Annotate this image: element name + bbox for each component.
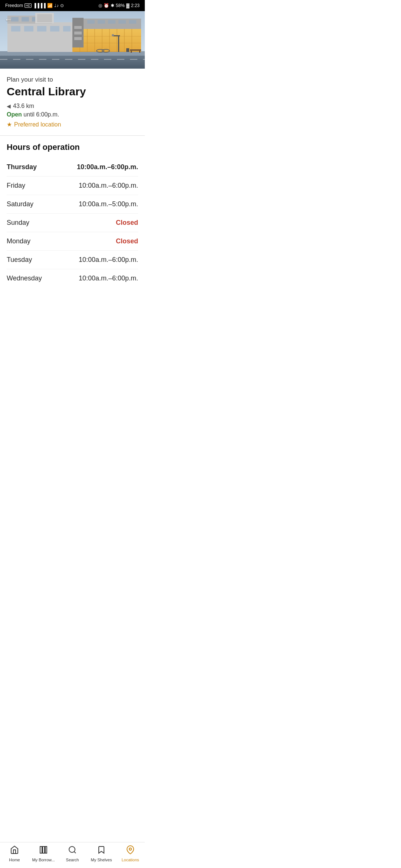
time-text: 2:23 (131, 3, 140, 8)
alarm-icon: ⏰ (104, 3, 109, 8)
hours-row: Saturday10:00a.m.–5:00p.m. (7, 195, 138, 214)
plan-visit-label: Plan your visit to (7, 76, 138, 83)
svg-rect-34 (129, 20, 136, 24)
hero-image: ← (0, 11, 145, 69)
hours-time: 10:00a.m.–6:00p.m. (79, 256, 138, 264)
svg-rect-6 (37, 26, 46, 32)
battery-icon: ▓ (126, 3, 130, 8)
back-button[interactable]: ← (4, 15, 13, 24)
svg-rect-8 (63, 26, 71, 32)
hours-time: 10:00a.m.–6:00p.m. (79, 274, 138, 282)
open-label: Open (7, 111, 22, 118)
hours-row: Friday10:00a.m.–6:00p.m. (7, 177, 138, 195)
svg-rect-31 (98, 20, 105, 24)
svg-rect-46 (37, 14, 52, 22)
hours-table: Thursday10:00a.m.–6:00p.m.Friday10:00a.m… (7, 158, 138, 287)
svg-rect-36 (113, 35, 120, 36)
svg-rect-39 (131, 51, 132, 53)
svg-rect-11 (22, 17, 29, 22)
svg-rect-32 (108, 20, 115, 24)
day-name: Wednesday (7, 274, 42, 282)
main-content: Plan your visit to Central Library ◀ 43.… (0, 69, 145, 128)
svg-rect-7 (50, 26, 59, 32)
svg-rect-35 (118, 35, 119, 52)
svg-rect-40 (139, 51, 140, 53)
svg-rect-26 (74, 26, 82, 29)
svg-rect-27 (74, 32, 82, 34)
battery-text: 58% (116, 3, 125, 8)
open-status-row: Open until 6:00p.m. (7, 111, 138, 118)
svg-rect-4 (11, 26, 20, 32)
day-name: Sunday (7, 219, 29, 227)
library-name: Central Library (7, 85, 138, 98)
distance-row: ◀ 43.6 km (7, 103, 138, 109)
svg-rect-33 (118, 20, 126, 24)
eye-icon: ◎ (98, 3, 102, 8)
signal-icon: ▐▐▐▐ (33, 3, 46, 8)
carrier-text: Freedom (5, 3, 23, 8)
status-carrier: Freedom HD ▐▐▐▐ 📶 ♩♪ ⊙ (5, 3, 64, 8)
hours-time: 10:00a.m.–6:00p.m. (79, 182, 138, 190)
svg-point-37 (112, 34, 114, 36)
svg-rect-5 (24, 26, 33, 32)
hours-row: Tuesday10:00a.m.–6:00p.m. (7, 251, 138, 269)
hours-row: Thursday10:00a.m.–6:00p.m. (7, 158, 138, 177)
hours-time: 10:00a.m.–6:00p.m. (77, 163, 138, 171)
wifi-icon: 📶 (47, 3, 53, 8)
hd-badge: HD (25, 3, 32, 8)
day-name: Saturday (7, 200, 33, 208)
hours-row: MondayClosed (7, 232, 138, 251)
hours-row: Wednesday10:00a.m.–6:00p.m. (7, 269, 138, 287)
day-name: Friday (7, 182, 25, 190)
svg-rect-1 (0, 55, 145, 69)
distance-value: 43.6 km (13, 103, 34, 109)
day-name: Monday (7, 237, 30, 245)
hours-closed: Closed (116, 219, 138, 227)
svg-rect-41 (126, 48, 129, 52)
hours-title: Hours of operation (7, 142, 138, 152)
preferred-label: Preferred location (14, 121, 61, 128)
hours-section: Hours of operation Thursday10:00a.m.–6:0… (0, 136, 145, 287)
status-right: ◎ ⏰ ✱ 58% ▓ 2:23 (98, 3, 140, 8)
day-name: Tuesday (7, 256, 32, 264)
camera-icon: ⊙ (60, 3, 64, 8)
music-icon: ♩♪ (54, 3, 59, 8)
status-bar: Freedom HD ▐▐▐▐ 📶 ♩♪ ⊙ ◎ ⏰ ✱ 58% ▓ 2:23 (0, 0, 145, 11)
day-name: Thursday (7, 163, 37, 171)
star-icon: ★ (7, 121, 12, 128)
bluetooth-icon: ✱ (111, 3, 114, 8)
svg-rect-30 (87, 20, 95, 24)
navigation-icon: ◀ (7, 103, 11, 109)
svg-rect-38 (130, 49, 141, 51)
hours-time: 10:00a.m.–5:00p.m. (79, 200, 138, 208)
hours-closed: Closed (116, 237, 138, 245)
svg-rect-28 (74, 37, 82, 40)
preferred-location-row: ★ Preferred location (7, 121, 138, 128)
hours-row: SundayClosed (7, 214, 138, 232)
open-until-text: until 6:00p.m. (22, 111, 59, 118)
